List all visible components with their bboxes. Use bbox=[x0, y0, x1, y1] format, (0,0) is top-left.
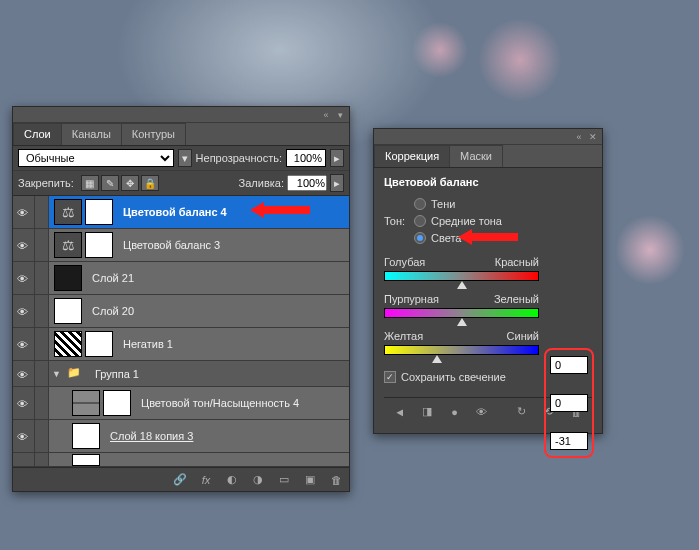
group-icon[interactable]: ▭ bbox=[276, 473, 292, 487]
layer-row[interactable]: 👁Слой 18 копия 3 bbox=[13, 420, 349, 453]
layer-thumbnails bbox=[49, 331, 118, 357]
trash-icon[interactable]: 🗑 bbox=[328, 473, 344, 487]
adjustments-panel: « ✕ Коррекция Маски Цветовой баланс Тон:… bbox=[373, 128, 603, 434]
link-layers-icon[interactable]: 🔗 bbox=[172, 473, 188, 487]
close-icon[interactable]: ✕ bbox=[588, 132, 598, 142]
lock-pixels-icon[interactable]: ✎ bbox=[101, 175, 119, 191]
layer-thumbnail[interactable] bbox=[72, 390, 100, 416]
layer-thumbnail[interactable]: ⚖ bbox=[54, 199, 82, 225]
menu-icon[interactable]: ▾ bbox=[335, 110, 345, 120]
link-col bbox=[35, 453, 49, 466]
layer-row[interactable]: 👁Слой 21 bbox=[13, 262, 349, 295]
layer-thumbnail[interactable] bbox=[54, 265, 82, 291]
layer-name[interactable]: Цветовой баланс 3 bbox=[123, 239, 220, 251]
slider-right-label: Красный bbox=[495, 256, 539, 268]
slider-track[interactable] bbox=[384, 271, 539, 281]
layer-thumbnail[interactable] bbox=[72, 423, 100, 449]
collapse-icon[interactable]: « bbox=[574, 132, 584, 142]
layer-row[interactable] bbox=[13, 453, 349, 467]
layer-name[interactable]: Негатив 1 bbox=[123, 338, 173, 350]
visibility-icon[interactable]: 👁 bbox=[474, 405, 489, 419]
layer-name[interactable]: Цветовой баланс 4 bbox=[123, 206, 227, 218]
layer-thumbnail[interactable]: ⚖ bbox=[54, 232, 82, 258]
visibility-toggle[interactable]: 👁 bbox=[13, 361, 35, 386]
mask-thumbnail[interactable] bbox=[85, 232, 113, 258]
layer-thumbnails bbox=[49, 298, 87, 324]
layer-thumbnail[interactable] bbox=[54, 331, 82, 357]
tab-masks[interactable]: Маски bbox=[449, 145, 503, 167]
layer-name[interactable]: Слой 18 копия 3 bbox=[110, 430, 193, 442]
visibility-toggle[interactable]: 👁 bbox=[13, 328, 35, 360]
fill-input[interactable] bbox=[287, 175, 327, 191]
new-layer-icon[interactable]: ▣ bbox=[302, 473, 318, 487]
layer-name[interactable]: Цветовой тон/Насыщенность 4 bbox=[141, 397, 299, 409]
mask-icon[interactable]: ◐ bbox=[224, 473, 240, 487]
eye-icon: 👁 bbox=[17, 207, 31, 217]
layer-thumbnail[interactable] bbox=[54, 298, 82, 324]
layer-row[interactable]: 👁Негатив 1 bbox=[13, 328, 349, 361]
eye-icon: 👁 bbox=[17, 369, 31, 379]
visibility-toggle[interactable]: 👁 bbox=[13, 262, 35, 294]
svg-marker-0 bbox=[250, 202, 310, 218]
tone-radio[interactable]: Тени bbox=[414, 198, 502, 210]
lock-all-icon[interactable]: 🔒 bbox=[141, 175, 159, 191]
layer-row[interactable]: 👁Слой 20 bbox=[13, 295, 349, 328]
lock-position-icon[interactable]: ✥ bbox=[121, 175, 139, 191]
slider-track[interactable] bbox=[384, 345, 539, 355]
mask-thumbnail[interactable] bbox=[103, 390, 131, 416]
visibility-toggle[interactable]: 👁 bbox=[13, 196, 35, 228]
tone-label: Тон: bbox=[384, 215, 414, 227]
layer-row[interactable]: 👁Цветовой тон/Насыщенность 4 bbox=[13, 387, 349, 420]
link-col bbox=[35, 328, 49, 360]
tab-correction[interactable]: Коррекция bbox=[374, 145, 450, 167]
slider-handle[interactable] bbox=[457, 281, 467, 289]
layer-row[interactable]: 👁⚖Цветовой баланс 3 bbox=[13, 229, 349, 262]
mask-thumbnail[interactable] bbox=[85, 331, 113, 357]
layer-row[interactable]: 👁▼📁Группа 1 bbox=[13, 361, 349, 387]
blend-opacity-row: Обычные ▾ Непрозрачность: ▸ bbox=[13, 146, 349, 171]
blend-dropdown-icon[interactable]: ▾ bbox=[178, 149, 192, 167]
layer-name[interactable]: Слой 21 bbox=[92, 272, 134, 284]
lock-transparency-icon[interactable]: ▦ bbox=[81, 175, 99, 191]
adjustment-icon[interactable]: ◑ bbox=[250, 473, 266, 487]
layer-thumbnail[interactable] bbox=[72, 454, 100, 466]
layer-name[interactable]: Группа 1 bbox=[95, 368, 139, 380]
visibility-toggle[interactable] bbox=[13, 453, 35, 466]
group-expand-icon[interactable]: ▼ bbox=[52, 369, 61, 379]
panel-header[interactable]: « ▾ bbox=[13, 107, 349, 123]
visibility-toggle[interactable]: 👁 bbox=[13, 387, 35, 419]
tab-paths[interactable]: Контуры bbox=[121, 123, 186, 145]
eye-icon: 👁 bbox=[17, 273, 31, 283]
layer-name[interactable]: Слой 20 bbox=[92, 305, 134, 317]
collapse-icon[interactable]: « bbox=[321, 110, 331, 120]
opacity-label: Непрозрачность: bbox=[196, 152, 282, 164]
link-col bbox=[35, 262, 49, 294]
opacity-dropdown-icon[interactable]: ▸ bbox=[330, 149, 344, 167]
slider-handle[interactable] bbox=[432, 355, 442, 363]
tone-radio[interactable]: Средние тона bbox=[414, 215, 502, 227]
slider-value-input[interactable] bbox=[550, 394, 588, 412]
blend-mode-select[interactable]: Обычные bbox=[18, 149, 174, 167]
opacity-input[interactable] bbox=[286, 149, 326, 167]
slider-track[interactable] bbox=[384, 308, 539, 318]
checkbox-icon[interactable]: ✓ bbox=[384, 371, 396, 383]
tab-channels[interactable]: Каналы bbox=[61, 123, 122, 145]
fx-icon[interactable]: fx bbox=[198, 473, 214, 487]
back-icon[interactable]: ◄ bbox=[392, 405, 407, 419]
clip-icon[interactable]: ● bbox=[447, 405, 462, 419]
link-col bbox=[35, 295, 49, 327]
slider-value-input[interactable] bbox=[550, 356, 588, 374]
radio-label: Тени bbox=[431, 198, 455, 210]
tab-layers[interactable]: Слои bbox=[13, 123, 62, 145]
panel-header[interactable]: « ✕ bbox=[374, 129, 602, 145]
visibility-toggle[interactable]: 👁 bbox=[13, 420, 35, 452]
slider-handle[interactable] bbox=[457, 318, 467, 326]
expand-icon[interactable]: ◨ bbox=[419, 405, 434, 419]
layer-thumbnails bbox=[67, 390, 136, 416]
reset-icon[interactable]: ↻ bbox=[514, 405, 529, 419]
fill-dropdown-icon[interactable]: ▸ bbox=[330, 174, 344, 192]
visibility-toggle[interactable]: 👁 bbox=[13, 229, 35, 261]
mask-thumbnail[interactable] bbox=[85, 199, 113, 225]
visibility-toggle[interactable]: 👁 bbox=[13, 295, 35, 327]
slider-value-input[interactable] bbox=[550, 432, 588, 450]
